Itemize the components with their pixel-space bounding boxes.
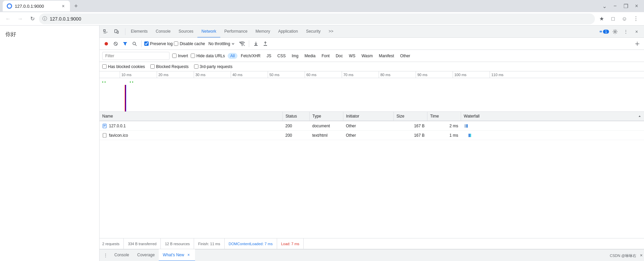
tab-more[interactable]: >> xyxy=(325,26,337,38)
th-type[interactable]: Type xyxy=(310,112,343,121)
reload-button[interactable]: ↻ xyxy=(27,13,38,24)
svg-rect-3 xyxy=(104,33,106,33)
filter-type-wasm[interactable]: Wasm xyxy=(359,53,376,59)
svg-rect-16 xyxy=(103,124,106,128)
status-requests: 2 requests xyxy=(102,238,124,249)
filter-button[interactable] xyxy=(121,40,129,48)
td-size-0: 167 B xyxy=(394,121,427,130)
filter-type-other[interactable]: Other xyxy=(397,53,413,59)
network-settings-button[interactable] xyxy=(633,40,641,48)
address-wrap: ⓘ 127.0.0.1:9000 xyxy=(39,13,595,24)
profile-button[interactable]: ☺ xyxy=(619,13,630,24)
timeline[interactable]: 10 ms 20 ms 30 ms 40 ms 50 ms 60 ms 70 m… xyxy=(100,71,644,112)
filter-type-media[interactable]: Media xyxy=(302,53,318,59)
td-initiator-1: Other xyxy=(343,131,394,140)
bottom-tab-whats-new[interactable]: What's New × xyxy=(159,249,195,261)
back-button[interactable]: ← xyxy=(3,13,13,24)
th-name[interactable]: Name xyxy=(100,112,283,121)
bottom-tab-more-button[interactable]: ⋮ xyxy=(101,251,110,260)
tick-90ms: 90 ms xyxy=(416,71,427,78)
tab-memory[interactable]: Memory xyxy=(252,26,274,38)
tab-console[interactable]: Console xyxy=(152,26,175,38)
clear-button[interactable] xyxy=(112,40,120,48)
restore-button[interactable]: ❐ xyxy=(621,1,631,11)
status-transferred: 334 B transferred xyxy=(124,238,161,249)
third-party-checkbox[interactable]: 3rd-party requests xyxy=(194,64,232,69)
th-waterfall[interactable]: Waterfall xyxy=(461,112,644,121)
devtools-panel: Elements Console Sources Network Perform… xyxy=(99,26,644,261)
throttle-dropdown[interactable]: No throttling xyxy=(206,41,237,47)
svg-line-12 xyxy=(135,44,137,46)
record-button[interactable] xyxy=(102,40,110,48)
filter-type-ws[interactable]: WS xyxy=(346,53,358,59)
element-selector-icon[interactable] xyxy=(101,27,110,36)
blocked-row: Has blocked cookies Blocked Requests 3rd… xyxy=(100,62,644,71)
import-har-button[interactable] xyxy=(261,40,269,48)
td-type-1: text/html xyxy=(310,131,343,140)
filter-type-font[interactable]: Font xyxy=(319,53,332,59)
tab-security[interactable]: Security xyxy=(302,26,325,38)
tab-elements[interactable]: Elements xyxy=(127,26,152,38)
filter-type-css[interactable]: CSS xyxy=(275,53,289,59)
devtools-close-button[interactable]: × xyxy=(632,27,641,36)
filter-type-js[interactable]: JS xyxy=(264,53,274,59)
tick-50ms: 50 ms xyxy=(268,71,279,78)
bottom-tab-whats-new-close[interactable]: × xyxy=(186,253,191,257)
td-size-1: 167 B xyxy=(394,131,427,140)
td-waterfall-0 xyxy=(461,121,644,130)
filter-type-doc[interactable]: Doc xyxy=(333,53,345,59)
zoom-button[interactable]: □ xyxy=(608,13,618,24)
th-size[interactable]: Size xyxy=(394,112,427,121)
tab-close-button[interactable]: × xyxy=(61,3,66,9)
th-status[interactable]: Status xyxy=(283,112,310,121)
invert-checkbox[interactable]: Invert xyxy=(172,54,188,58)
tab-list-button[interactable]: ⌄ xyxy=(600,1,609,11)
bottom-tab-coverage[interactable]: Coverage xyxy=(133,249,159,261)
blocked-requests-checkbox[interactable]: Blocked Requests xyxy=(150,64,189,69)
status-bar: 2 requests 334 B transferred 12 B resour… xyxy=(100,238,644,249)
network-table: 127.0.0.1 200 document Other 167 B xyxy=(100,121,644,238)
tab-application[interactable]: Application xyxy=(274,26,302,38)
has-blocked-cookies-checkbox[interactable]: Has blocked cookies xyxy=(102,64,145,69)
filter-type-img[interactable]: Img xyxy=(289,53,301,59)
svg-line-10 xyxy=(114,42,117,45)
tab-performance[interactable]: Performance xyxy=(220,26,252,38)
wifi-icon[interactable] xyxy=(238,40,246,48)
new-tab-button[interactable]: + xyxy=(71,1,81,11)
devtools-tabs: Elements Console Sources Network Perform… xyxy=(100,26,644,38)
notification-button[interactable]: 1 xyxy=(600,27,609,36)
filter-type-xhr[interactable]: Fetch/XHR xyxy=(238,53,263,59)
window-close-button[interactable]: × xyxy=(632,1,641,11)
settings-button[interactable] xyxy=(610,27,620,36)
address-input[interactable]: 127.0.0.1:9000 xyxy=(39,13,595,24)
tick-10ms: 10 ms xyxy=(120,71,131,78)
hide-urls-checkbox[interactable]: Hide data URLs xyxy=(191,54,225,58)
td-name-1: favicon.ico xyxy=(100,131,283,140)
th-initiator[interactable]: Initiator xyxy=(343,112,394,121)
browser-tab[interactable]: 127.0.0.1:9000 × xyxy=(3,1,70,11)
svg-point-13 xyxy=(242,45,243,46)
search-button[interactable] xyxy=(130,40,139,48)
table-row[interactable]: 127.0.0.1 200 document Other 167 B xyxy=(100,121,644,131)
export-har-button[interactable] xyxy=(252,40,260,48)
tab-network[interactable]: Network xyxy=(197,26,220,38)
forward-button[interactable]: → xyxy=(15,13,26,24)
device-toggle-icon[interactable] xyxy=(112,27,121,36)
filter-type-manifest[interactable]: Manifest xyxy=(376,53,396,59)
th-time[interactable]: Time xyxy=(427,112,461,121)
td-time-0: 2 ms xyxy=(427,121,461,130)
tab-sources[interactable]: Sources xyxy=(175,26,197,38)
tick-20ms: 20 ms xyxy=(157,71,168,78)
disable-cache-checkbox[interactable]: Disable cache xyxy=(174,41,205,46)
table-row[interactable]: favicon.ico 200 text/html Other 167 B xyxy=(100,131,644,140)
filter-type-all[interactable]: All xyxy=(228,53,237,59)
bookmark-button[interactable]: ★ xyxy=(596,13,607,24)
minimize-button[interactable]: − xyxy=(610,1,620,11)
devtools-more-button[interactable]: ⋮ xyxy=(621,27,631,36)
preserve-log-checkbox[interactable]: Preserve log xyxy=(144,41,173,46)
bottom-tab-console[interactable]: Console xyxy=(110,249,133,261)
extensions-button[interactable]: ⋮ xyxy=(631,13,641,24)
branding-close-button[interactable]: × xyxy=(640,253,643,258)
address-bar: ← → ↻ ⓘ 127.0.0.1:9000 ★ □ ☺ ⋮ xyxy=(0,12,644,26)
filter-input[interactable] xyxy=(102,52,169,60)
